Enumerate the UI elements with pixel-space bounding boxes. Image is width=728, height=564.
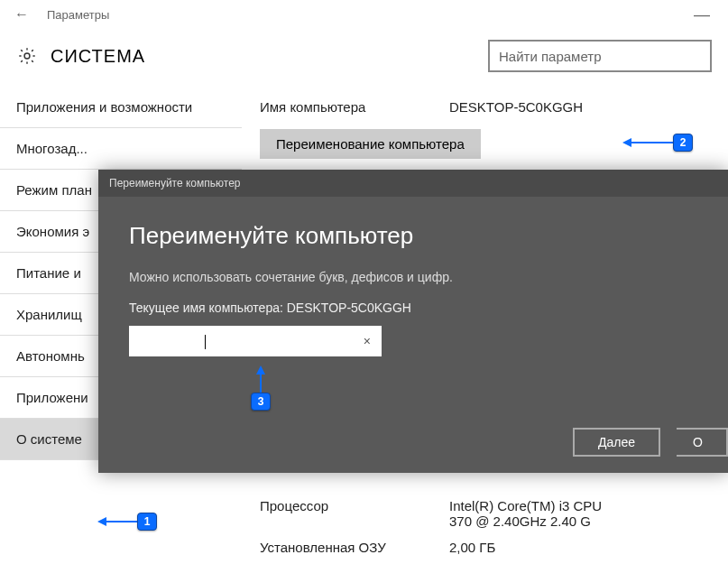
computer-name-value: DESKTOP-5C0KGGH [449, 99, 583, 115]
dialog-heading: Переименуйте компьютер [129, 222, 697, 250]
dialog-hint: Можно использовать сочетание букв, дефис… [129, 270, 697, 284]
ram-value: 2,00 ГБ [449, 540, 495, 555]
sidebar-item-multitask[interactable]: Многозад... [0, 128, 242, 170]
new-name-input[interactable]: Windows10i × [129, 326, 382, 356]
cancel-button[interactable]: О [677, 428, 728, 457]
new-name-value: Windows10i [136, 333, 360, 348]
window-title: Параметры [47, 8, 109, 22]
current-name-label: Текущее имя компьютера: DESKTOP-5C0KGGH [129, 300, 697, 315]
svg-point-0 [24, 53, 30, 59]
dialog-titlebar: Переименуйте компьютер [98, 170, 728, 197]
rename-computer-button[interactable]: Переименование компьютера [260, 129, 481, 159]
search-placeholder: Найти параметр [499, 49, 602, 64]
window-titlebar: ← Параметры — [0, 0, 728, 29]
page-header: СИСТЕМА Найти параметр [0, 29, 728, 87]
gear-icon [16, 45, 38, 67]
ram-label: Установленная ОЗУ [260, 540, 449, 555]
computer-name-label: Имя компьютера [260, 99, 449, 115]
minimize-button[interactable]: — [683, 5, 721, 24]
back-button[interactable]: ← [7, 6, 36, 23]
clear-input-icon[interactable]: × [360, 334, 374, 348]
sidebar-item-apps[interactable]: Приложения и возможности [0, 87, 242, 128]
next-button[interactable]: Далее [573, 428, 660, 457]
page-title: СИСТЕМА [51, 46, 145, 67]
processor-label: Процессор [260, 498, 449, 529]
processor-value: Intel(R) Core(TM) i3 CPU 370 @ 2.40GHz 2… [449, 498, 602, 529]
rename-dialog: Переименуйте компьютер Переименуйте комп… [98, 170, 728, 473]
search-input[interactable]: Найти параметр [488, 40, 712, 72]
